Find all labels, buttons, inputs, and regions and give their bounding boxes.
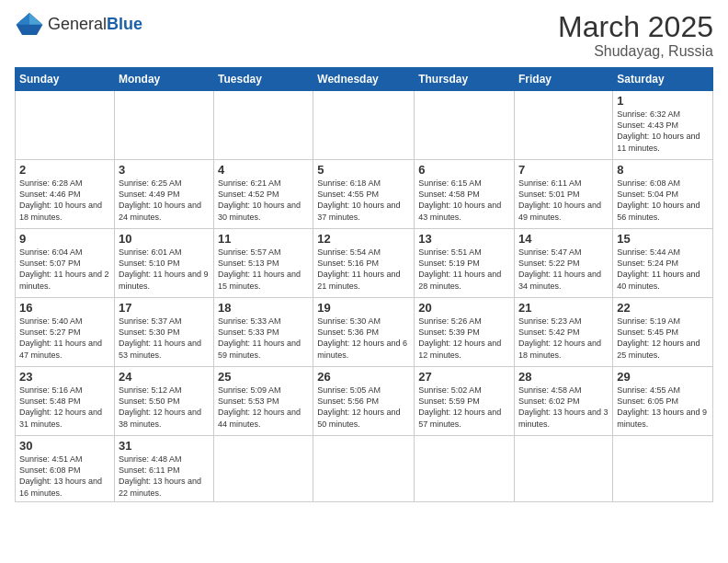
day-9: 9 Sunrise: 6:04 AMSunset: 5:07 PMDayligh… <box>16 229 115 298</box>
week-3-row: 9 Sunrise: 6:04 AMSunset: 5:07 PMDayligh… <box>16 229 713 298</box>
empty-cell <box>214 91 313 160</box>
title-block: March 2025 Shudayag, Russia <box>558 11 713 60</box>
day-12: 12 Sunrise: 5:54 AMSunset: 5:16 PMDaylig… <box>313 229 415 298</box>
day-23: 23 Sunrise: 5:16 AMSunset: 5:48 PMDaylig… <box>16 367 115 436</box>
day-29: 29 Sunrise: 4:55 AMSunset: 6:05 PMDaylig… <box>613 367 713 436</box>
day-3: 3 Sunrise: 6:25 AMSunset: 4:49 PMDayligh… <box>114 160 213 229</box>
day-15: 15 Sunrise: 5:44 AMSunset: 5:24 PMDaylig… <box>613 229 713 298</box>
col-sunday: Sunday <box>16 68 115 91</box>
day-4: 4 Sunrise: 6:21 AMSunset: 4:52 PMDayligh… <box>214 160 313 229</box>
sunrise-label: Sunrise: <box>617 109 650 119</box>
svg-marker-1 <box>29 13 42 25</box>
day-8: 8 Sunrise: 6:08 AMSunset: 5:04 PMDayligh… <box>613 160 713 229</box>
empty-cell <box>114 91 213 160</box>
day-21: 21 Sunrise: 5:23 AMSunset: 5:42 PMDaylig… <box>515 298 613 367</box>
empty-cell <box>214 436 313 502</box>
week-5-row: 23 Sunrise: 5:16 AMSunset: 5:48 PMDaylig… <box>16 367 713 436</box>
month-title: March 2025 <box>558 11 713 43</box>
logo-text: GeneralBlue <box>48 15 142 34</box>
day-20: 20 Sunrise: 5:26 AMSunset: 5:39 PMDaylig… <box>415 298 515 367</box>
day-7: 7 Sunrise: 6:11 AMSunset: 5:01 PMDayligh… <box>515 160 613 229</box>
logo: GeneralBlue <box>15 11 142 37</box>
col-thursday: Thursday <box>415 68 515 91</box>
empty-cell <box>613 436 713 502</box>
week-1-row: 1 Sunrise: 6:32 AM Sunset: 4:43 PM Dayli… <box>16 91 713 160</box>
col-wednesday: Wednesday <box>313 68 415 91</box>
day-26: 26 Sunrise: 5:05 AMSunset: 5:56 PMDaylig… <box>313 367 415 436</box>
day-13: 13 Sunrise: 5:51 AMSunset: 5:19 PMDaylig… <box>415 229 515 298</box>
day-2: 2 Sunrise: 6:28 AMSunset: 4:46 PMDayligh… <box>16 160 115 229</box>
weekday-header-row: Sunday Monday Tuesday Wednesday Thursday… <box>16 68 713 91</box>
daylight-label: Daylight: <box>617 132 652 141</box>
day-31: 31 Sunrise: 4:48 AMSunset: 6:11 PMDaylig… <box>114 436 213 502</box>
col-friday: Friday <box>515 68 613 91</box>
day-22: 22 Sunrise: 5:19 AMSunset: 5:45 PMDaylig… <box>613 298 713 367</box>
day-11: 11 Sunrise: 5:57 AMSunset: 5:13 PMDaylig… <box>214 229 313 298</box>
day-1: 1 Sunrise: 6:32 AM Sunset: 4:43 PM Dayli… <box>613 91 713 160</box>
page: GeneralBlue March 2025 Shudayag, Russia … <box>0 0 728 563</box>
day-5: 5 Sunrise: 6:18 AMSunset: 4:55 PMDayligh… <box>313 160 415 229</box>
empty-cell <box>515 436 613 502</box>
day-25: 25 Sunrise: 5:09 AMSunset: 5:53 PMDaylig… <box>214 367 313 436</box>
empty-cell <box>415 436 515 502</box>
svg-marker-2 <box>17 13 29 25</box>
day-19: 19 Sunrise: 5:30 AMSunset: 5:36 PMDaylig… <box>313 298 415 367</box>
col-saturday: Saturday <box>613 68 713 91</box>
col-tuesday: Tuesday <box>214 68 313 91</box>
empty-cell <box>313 436 415 502</box>
week-4-row: 16 Sunrise: 5:40 AMSunset: 5:27 PMDaylig… <box>16 298 713 367</box>
day-6: 6 Sunrise: 6:15 AMSunset: 4:58 PMDayligh… <box>415 160 515 229</box>
day-27: 27 Sunrise: 5:02 AMSunset: 5:59 PMDaylig… <box>415 367 515 436</box>
calendar: Sunday Monday Tuesday Wednesday Thursday… <box>15 67 713 502</box>
day-24: 24 Sunrise: 5:12 AMSunset: 5:50 PMDaylig… <box>114 367 213 436</box>
empty-cell <box>16 91 115 160</box>
week-2-row: 2 Sunrise: 6:28 AMSunset: 4:46 PMDayligh… <box>16 160 713 229</box>
col-monday: Monday <box>114 68 213 91</box>
day-30: 30 Sunrise: 4:51 AMSunset: 6:08 PMDaylig… <box>16 436 115 502</box>
empty-cell <box>515 91 613 160</box>
day-10: 10 Sunrise: 6:01 AMSunset: 5:10 PMDaylig… <box>114 229 213 298</box>
day-16: 16 Sunrise: 5:40 AMSunset: 5:27 PMDaylig… <box>16 298 115 367</box>
day-18: 18 Sunrise: 5:33 AMSunset: 5:33 PMDaylig… <box>214 298 313 367</box>
empty-cell <box>313 91 415 160</box>
logo-icon <box>15 11 44 37</box>
header: GeneralBlue March 2025 Shudayag, Russia <box>15 11 713 60</box>
location-title: Shudayag, Russia <box>558 43 713 60</box>
week-6-row: 30 Sunrise: 4:51 AMSunset: 6:08 PMDaylig… <box>16 436 713 502</box>
day-28: 28 Sunrise: 4:58 AMSunset: 6:02 PMDaylig… <box>515 367 613 436</box>
day-17: 17 Sunrise: 5:37 AMSunset: 5:30 PMDaylig… <box>114 298 213 367</box>
empty-cell <box>415 91 515 160</box>
day-14: 14 Sunrise: 5:47 AMSunset: 5:22 PMDaylig… <box>515 229 613 298</box>
sunset-label: Sunset: <box>617 121 647 130</box>
